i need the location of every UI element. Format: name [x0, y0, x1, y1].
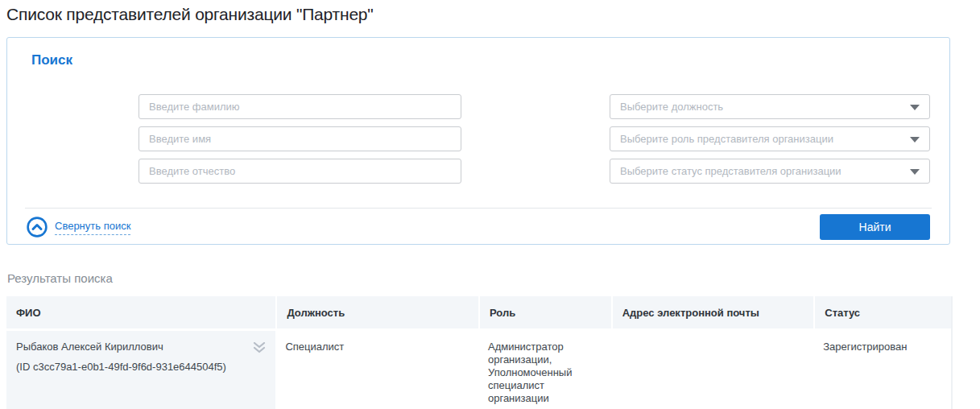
firstname-input[interactable] — [139, 126, 461, 151]
table-row[interactable]: Рыбаков Алексей Кириллович (ID c3cc79a1-… — [6, 331, 951, 409]
position-select-placeholder: Выберите должность — [620, 101, 723, 113]
status-cell: Зарегистрирован — [813, 331, 951, 409]
status-select-placeholder: Выберите статус представителя организаци… — [620, 165, 841, 177]
role-select[interactable]: Выберите роль представителя организации — [610, 126, 930, 151]
results-table: ФИО Должность Роль Адрес электронной поч… — [6, 296, 953, 409]
fio-cell: Рыбаков Алексей Кириллович (ID c3cc79a1-… — [6, 331, 275, 409]
patronymic-input[interactable] — [139, 159, 461, 184]
column-header-position: Должность — [275, 296, 478, 328]
collapse-search-label: Свернуть поиск — [55, 220, 130, 235]
column-header-role: Роль — [478, 296, 611, 328]
fio-name: Рыбаков Алексей Кириллович — [16, 341, 267, 353]
page-title: Список представителей организации "Партн… — [6, 5, 374, 24]
fio-id: (ID c3cc79a1-e0b1-49fd-9f6d-931e644504f5… — [16, 361, 267, 374]
collapse-search-link[interactable]: Свернуть поиск — [27, 217, 130, 238]
find-button[interactable]: Найти — [820, 214, 930, 240]
column-header-email: Адрес электронной почты — [611, 296, 814, 328]
email-cell — [611, 331, 814, 409]
role-select-placeholder: Выберите роль представителя организации — [620, 133, 833, 145]
chevron-down-icon — [910, 105, 920, 110]
search-panel-title: Поиск — [31, 52, 72, 68]
page: Список представителей организации "Партн… — [0, 0, 980, 409]
double-chevron-down-icon[interactable] — [253, 342, 266, 353]
panel-divider — [25, 208, 932, 209]
table-header-row: ФИО Должность Роль Адрес электронной поч… — [6, 296, 951, 328]
role-cell: Администратор организации, Уполномоченны… — [478, 331, 611, 409]
chevron-down-icon — [910, 137, 920, 143]
column-header-status: Статус — [813, 296, 951, 328]
status-select[interactable]: Выберите статус представителя организаци… — [610, 159, 930, 184]
chevron-up-circle-icon — [27, 217, 48, 238]
results-title: Результаты поиска — [7, 271, 113, 285]
lastname-input[interactable] — [139, 94, 461, 119]
position-select[interactable]: Выберите должность — [610, 94, 930, 119]
position-cell: Специалист — [275, 331, 478, 409]
chevron-down-icon — [910, 169, 920, 175]
search-panel: Поиск Фамилия Имя Отчество Должность Выб… — [6, 37, 950, 245]
column-header-fio: ФИО — [6, 296, 275, 328]
